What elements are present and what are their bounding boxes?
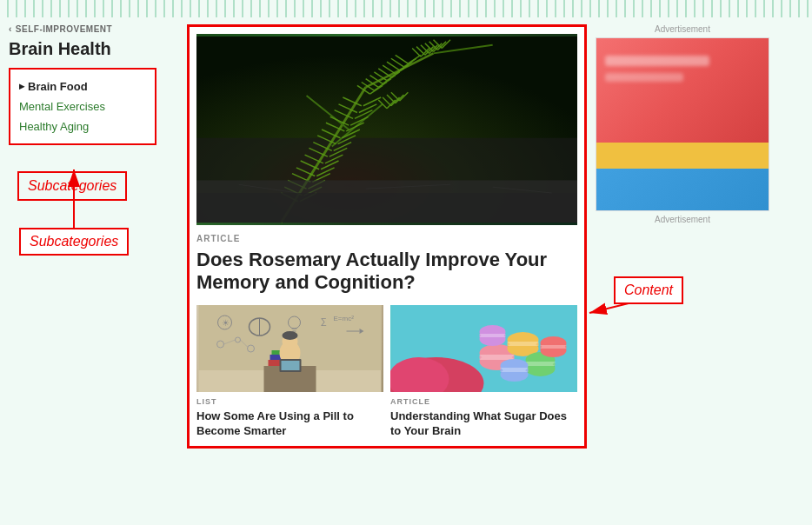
- secondary-article-1[interactable]: ☀ ∑ E=mc²: [196, 305, 383, 439]
- subcategory-mental-exercises[interactable]: Mental Exercises: [19, 96, 146, 116]
- ad-image-bottom: [596, 169, 769, 211]
- svg-rect-118: [480, 355, 515, 360]
- category-label[interactable]: ‹ SELF-IMPROVEMENT: [9, 24, 178, 34]
- svg-rect-130: [501, 368, 529, 372]
- subcategory-brain-food-label: Brain Food: [28, 80, 88, 93]
- secondary-article-2-type: ARTICLE: [390, 397, 577, 406]
- ad-label-top: Advertisement: [596, 24, 769, 34]
- featured-article-type: ARTICLE: [196, 234, 577, 243]
- ad-box[interactable]: [596, 37, 769, 211]
- svg-text:☀: ☀: [222, 318, 230, 328]
- svg-rect-111: [282, 361, 300, 370]
- ad-image-top: [596, 38, 769, 143]
- subcategory-healthy-aging[interactable]: Healthy Aging: [19, 116, 146, 136]
- subcategory-brain-food[interactable]: Brain Food: [19, 76, 146, 96]
- svg-text:E=mc²: E=mc²: [334, 315, 355, 322]
- content-label-text: Content: [624, 282, 673, 297]
- subcategories-annotation-box: Subcategories: [17, 171, 127, 201]
- back-arrow-icon: ‹: [9, 24, 12, 34]
- content-area: ARTICLE Does Rosemary Actually Improve Y…: [187, 24, 587, 449]
- subcategories-box: Brain Food Mental Exercises Healthy Agin…: [9, 68, 156, 145]
- featured-article-image[interactable]: [196, 34, 577, 225]
- subcategory-healthy-aging-label: Healthy Aging: [19, 120, 89, 133]
- subcategory-mental-exercises-label: Mental Exercises: [19, 100, 105, 113]
- ad-label-bottom: Advertisement: [596, 215, 769, 224]
- secondary-articles: ☀ ∑ E=mc²: [196, 305, 577, 439]
- content-label-box: Content: [614, 276, 683, 304]
- svg-point-109: [283, 331, 298, 340]
- svg-text:∑: ∑: [321, 316, 327, 326]
- right-column: Advertisement Advertisement: [596, 24, 769, 449]
- svg-rect-81: [196, 193, 577, 223]
- subcategories-label-box: Subcategories: [19, 228, 129, 256]
- secondary-article-2-image: [390, 305, 577, 392]
- secondary-article-1-type: LIST: [196, 397, 383, 406]
- subcategories-annotation-text: Subcategories: [28, 178, 116, 193]
- secondary-article-1-image: ☀ ∑ E=mc²: [196, 305, 383, 392]
- featured-article-title[interactable]: Does Rosemary Actually Improve Your Memo…: [196, 249, 577, 295]
- secondary-article-2[interactable]: ARTICLE Understanding What Sugar Does to…: [390, 305, 577, 439]
- sidebar-title: Brain Health: [9, 39, 178, 59]
- subcategories-label-text: Subcategories: [30, 234, 118, 249]
- ad-image-middle: [596, 143, 769, 169]
- svg-rect-138: [541, 345, 567, 349]
- subcategories-annotation: Subcategories: [17, 171, 178, 201]
- secondary-article-2-title: Understanding What Sugar Does to Your Br…: [390, 409, 577, 439]
- svg-rect-126: [526, 362, 556, 366]
- svg-rect-134: [480, 334, 506, 337]
- category-text: SELF-IMPROVEMENT: [16, 24, 112, 34]
- svg-rect-122: [508, 342, 539, 346]
- secondary-article-1-title: How Some Are Using a Pill to Become Smar…: [196, 409, 383, 439]
